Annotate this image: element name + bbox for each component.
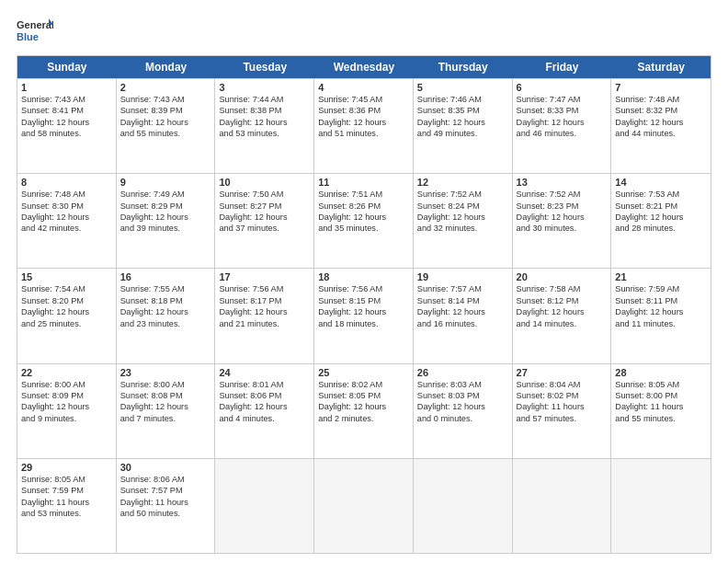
cell-info-line: and 46 minutes. <box>517 128 608 139</box>
cell-info-line: Sunset: 7:57 PM <box>120 485 211 496</box>
calendar-cell: 27Sunrise: 8:04 AMSunset: 8:02 PMDayligh… <box>513 364 612 458</box>
calendar-cell <box>611 459 711 553</box>
day-number: 16 <box>120 271 211 282</box>
cell-info-line: Sunset: 8:11 PM <box>615 295 707 306</box>
cell-info-line: Daylight: 11 hours <box>120 497 211 508</box>
calendar-row-4: 22Sunrise: 8:00 AMSunset: 8:09 PMDayligh… <box>17 363 711 458</box>
calendar-cell: 23Sunrise: 8:00 AMSunset: 8:08 PMDayligh… <box>117 364 216 458</box>
day-number: 1 <box>21 82 112 93</box>
cell-info-line: and 7 minutes. <box>120 413 211 424</box>
cell-info-line: Daylight: 12 hours <box>21 117 112 128</box>
calendar-cell: 6Sunrise: 7:47 AMSunset: 8:33 PMDaylight… <box>513 79 612 173</box>
cell-info-line: Daylight: 12 hours <box>120 306 211 317</box>
cell-info-line: Sunset: 8:32 PM <box>615 105 707 116</box>
day-number: 25 <box>318 367 409 378</box>
day-number: 15 <box>21 271 112 282</box>
cell-info-line: Sunrise: 7:58 AM <box>517 283 608 294</box>
cell-info-line: Sunrise: 7:49 AM <box>120 189 211 200</box>
cell-info-line: Sunset: 8:03 PM <box>417 390 508 401</box>
cell-info-line: Sunrise: 8:00 AM <box>120 379 211 390</box>
calendar-cell: 26Sunrise: 8:03 AMSunset: 8:03 PMDayligh… <box>414 364 513 458</box>
cell-info-line: Sunset: 8:05 PM <box>318 390 409 401</box>
cell-info-line: Sunrise: 7:47 AM <box>517 94 608 105</box>
logo-container: General Blue <box>17 17 53 46</box>
calendar-cell: 18Sunrise: 7:56 AMSunset: 8:15 PMDayligh… <box>314 269 414 362</box>
cell-info-line: Daylight: 12 hours <box>120 117 211 128</box>
cell-info-line: and 55 minutes. <box>120 128 211 139</box>
day-number: 12 <box>417 177 508 188</box>
calendar-cell <box>215 459 314 553</box>
cell-info-line: and 14 minutes. <box>517 318 608 329</box>
cell-info-line: Sunset: 8:18 PM <box>120 295 211 306</box>
cell-info-line: and 0 minutes. <box>417 413 508 424</box>
cell-info-line: Sunrise: 7:43 AM <box>21 94 112 105</box>
cell-info-line: Daylight: 11 hours <box>21 497 112 508</box>
cell-info-line: and 42 minutes. <box>21 223 112 234</box>
calendar-cell: 12Sunrise: 7:52 AMSunset: 8:24 PMDayligh… <box>414 174 513 268</box>
weekday-header-thursday: Thursday <box>414 56 513 78</box>
calendar-cell: 4Sunrise: 7:45 AMSunset: 8:36 PMDaylight… <box>314 79 414 173</box>
cell-info-line: Daylight: 11 hours <box>517 401 608 412</box>
svg-text:Blue: Blue <box>17 31 39 42</box>
calendar-cell: 22Sunrise: 8:00 AMSunset: 8:09 PMDayligh… <box>17 364 117 458</box>
cell-info-line: Sunset: 8:09 PM <box>21 390 112 401</box>
cell-info-line: Sunset: 8:02 PM <box>517 390 608 401</box>
cell-info-line: and 58 minutes. <box>21 128 112 139</box>
cell-info-line: Daylight: 12 hours <box>219 117 310 128</box>
cell-info-line: Sunset: 8:17 PM <box>219 295 310 306</box>
cell-info-line: and 39 minutes. <box>120 223 211 234</box>
cell-info-line: Daylight: 12 hours <box>21 306 112 317</box>
cell-info-line: Daylight: 12 hours <box>417 306 508 317</box>
cell-info-line: and 2 minutes. <box>318 413 409 424</box>
calendar-cell: 11Sunrise: 7:51 AMSunset: 8:26 PMDayligh… <box>314 174 414 268</box>
day-number: 4 <box>318 82 409 93</box>
cell-info-line: Sunset: 8:35 PM <box>417 105 508 116</box>
weekday-header-monday: Monday <box>117 56 216 78</box>
cell-info-line: and 55 minutes. <box>615 413 707 424</box>
logo-graphic: General Blue <box>17 17 53 46</box>
day-number: 6 <box>517 82 608 93</box>
cell-info-line: Sunrise: 8:06 AM <box>120 474 211 485</box>
day-number: 10 <box>219 177 310 188</box>
cell-info-line: Sunrise: 8:01 AM <box>219 379 310 390</box>
calendar-cell: 24Sunrise: 8:01 AMSunset: 8:06 PMDayligh… <box>215 364 314 458</box>
cell-info-line: and 11 minutes. <box>615 318 707 329</box>
cell-info-line: Sunrise: 8:04 AM <box>517 379 608 390</box>
day-number: 30 <box>120 462 211 473</box>
cell-info-line: Sunset: 8:20 PM <box>21 295 112 306</box>
day-number: 13 <box>517 177 608 188</box>
calendar-cell: 16Sunrise: 7:55 AMSunset: 8:18 PMDayligh… <box>117 269 216 362</box>
weekday-header-wednesday: Wednesday <box>314 56 414 78</box>
calendar: SundayMondayTuesdayWednesdayThursdayFrid… <box>17 55 711 554</box>
day-number: 9 <box>120 177 211 188</box>
cell-info-line: Daylight: 12 hours <box>615 306 707 317</box>
cell-info-line: Sunset: 8:06 PM <box>219 390 310 401</box>
calendar-cell: 28Sunrise: 8:05 AMSunset: 8:00 PMDayligh… <box>611 364 711 458</box>
page: General Blue SundayMondayTuesdayWednesda… <box>0 0 728 563</box>
cell-info-line: Sunrise: 7:55 AM <box>120 283 211 294</box>
calendar-cell: 20Sunrise: 7:58 AMSunset: 8:12 PMDayligh… <box>513 269 612 362</box>
cell-info-line: Sunset: 8:00 PM <box>615 390 707 401</box>
calendar-cell: 13Sunrise: 7:52 AMSunset: 8:23 PMDayligh… <box>513 174 612 268</box>
cell-info-line: Sunset: 8:27 PM <box>219 201 310 212</box>
cell-info-line: and 21 minutes. <box>219 318 310 329</box>
day-number: 26 <box>417 367 508 378</box>
calendar-cell: 5Sunrise: 7:46 AMSunset: 8:35 PMDaylight… <box>414 79 513 173</box>
day-number: 5 <box>417 82 508 93</box>
cell-info-line: Daylight: 12 hours <box>21 212 112 223</box>
cell-info-line: Sunrise: 7:50 AM <box>219 189 310 200</box>
calendar-cell: 30Sunrise: 8:06 AMSunset: 7:57 PMDayligh… <box>117 459 216 553</box>
cell-info-line: Sunset: 8:08 PM <box>120 390 211 401</box>
cell-info-line: and 44 minutes. <box>615 128 707 139</box>
cell-info-line: Sunrise: 8:05 AM <box>21 474 112 485</box>
calendar-cell: 8Sunrise: 7:48 AMSunset: 8:30 PMDaylight… <box>17 174 117 268</box>
cell-info-line: Daylight: 12 hours <box>318 401 409 412</box>
weekday-header-saturday: Saturday <box>611 56 711 78</box>
cell-info-line: and 32 minutes. <box>417 223 508 234</box>
day-number: 18 <box>318 271 409 282</box>
cell-info-line: Daylight: 12 hours <box>615 117 707 128</box>
cell-info-line: and 35 minutes. <box>318 223 409 234</box>
weekday-header-sunday: Sunday <box>17 56 117 78</box>
cell-info-line: Sunrise: 8:00 AM <box>21 379 112 390</box>
cell-info-line: Sunrise: 7:56 AM <box>318 283 409 294</box>
